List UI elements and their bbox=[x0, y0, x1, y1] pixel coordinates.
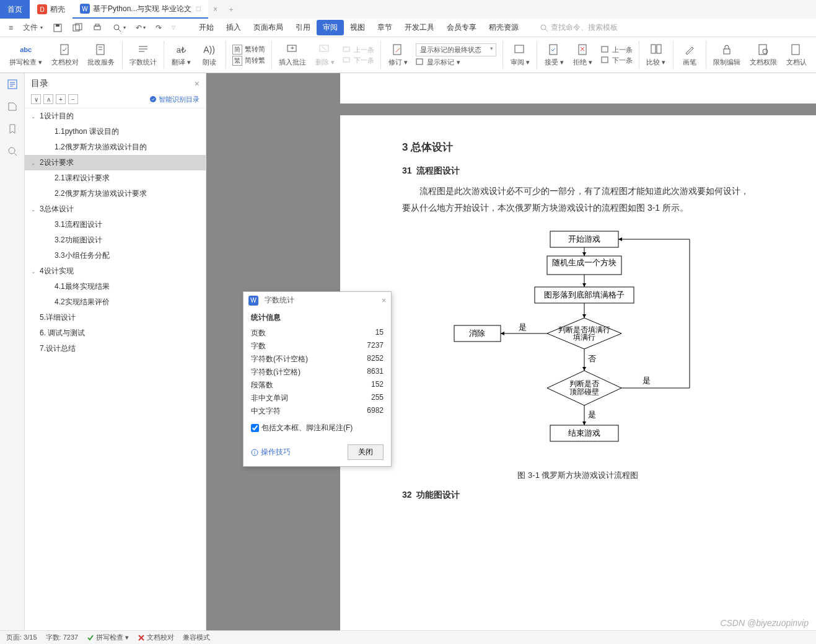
toc-item-2[interactable]: 1.2俄罗斯方块游戏设计目的 bbox=[25, 139, 206, 155]
spellcheck-button[interactable]: abc拼写检查 ▾ bbox=[5, 37, 46, 73]
stat-key: 字符数(计空格) bbox=[251, 367, 301, 377]
menu-tab-5[interactable]: 视图 bbox=[344, 20, 371, 35]
menu-tab-9[interactable]: 稻壳资源 bbox=[483, 20, 525, 35]
dialog-close-icon[interactable]: × bbox=[382, 296, 386, 305]
toc-item-15[interactable]: 7.设计总结 bbox=[25, 341, 206, 356]
toc-collapse-icon[interactable]: ∨ bbox=[31, 94, 41, 104]
toc-item-label: 1.1python 课设目的 bbox=[55, 126, 119, 137]
menu-tab-4[interactable]: 审阅 bbox=[317, 20, 344, 35]
save-as-icon[interactable] bbox=[69, 21, 86, 35]
toc-item-7[interactable]: 3.1流程图设计 bbox=[25, 217, 206, 232]
include-footnotes-checkbox[interactable]: 包括文本框、脚注和尾注(F) bbox=[251, 423, 384, 433]
hamburger-menu[interactable]: ≡ bbox=[5, 22, 17, 34]
svg-text:i: i bbox=[254, 449, 255, 456]
doc-auth2-button[interactable]: 文档认 bbox=[781, 37, 811, 73]
menu-tab-8[interactable]: 会员专享 bbox=[441, 20, 483, 35]
compare-button[interactable]: 比较 ▾ bbox=[642, 37, 670, 73]
toc-item-label: 2.2俄罗斯方块游戏设计要求 bbox=[55, 188, 147, 199]
file-menu[interactable]: 文件▾ bbox=[19, 20, 46, 35]
status-proof[interactable]: 文档校对 bbox=[138, 633, 174, 642]
undo-icon[interactable]: ↶▾ bbox=[132, 22, 149, 34]
svg-rect-30 bbox=[651, 45, 656, 53]
toc-item-4[interactable]: 2.1课程设计要求 bbox=[25, 170, 206, 186]
sidebar-close-icon[interactable]: × bbox=[195, 79, 200, 89]
show-marks-button[interactable]: 显示标记 ▾ bbox=[416, 58, 496, 67]
read-aloud-button[interactable]: A))朗读 bbox=[196, 37, 223, 73]
jian-to-fan-button[interactable]: 繁简转繁 bbox=[232, 56, 265, 66]
smart-toc-button[interactable]: 智能识别目录 bbox=[149, 95, 200, 104]
limit-edit-button[interactable]: 限制编辑 bbox=[709, 37, 745, 73]
dialog-close-button[interactable]: 关闭 bbox=[348, 444, 384, 460]
menu-tab-7[interactable]: 开发工具 bbox=[398, 20, 441, 35]
tab-home[interactable]: 首页 bbox=[0, 0, 30, 19]
menu-tab-3[interactable]: 引用 bbox=[289, 20, 317, 35]
toc-item-label: 4.2实现结果评价 bbox=[55, 297, 110, 307]
toc-item-5[interactable]: 2.2俄罗斯方块游戏设计要求 bbox=[25, 186, 206, 201]
fan-to-jian-button[interactable]: 简繁转简 bbox=[232, 45, 265, 55]
brush-button[interactable]: 画笔 bbox=[676, 37, 703, 73]
translate-button[interactable]: a₺翻译 ▾ bbox=[167, 37, 195, 73]
svg-rect-29 bbox=[602, 57, 608, 63]
stat-value: 15 bbox=[375, 328, 384, 338]
tab-daoke[interactable]: D 稻壳 bbox=[30, 0, 72, 19]
word-count-button[interactable]: 字数统计 bbox=[125, 37, 162, 73]
toc-list: ⌄1设计目的1.1python 课设目的1.2俄罗斯方块游戏设计目的⌄2设计要求… bbox=[25, 108, 206, 630]
operation-tips-link[interactable]: i 操作技巧 bbox=[251, 447, 291, 457]
toc-item-9[interactable]: 3.3小组任务分配 bbox=[25, 248, 206, 263]
toc-item-10[interactable]: ⌄4设计实现 bbox=[25, 263, 206, 279]
svg-point-6 bbox=[114, 25, 119, 30]
accept-button[interactable]: 接受 ▾ bbox=[540, 37, 568, 73]
insert-comment-button[interactable]: +插入批注 bbox=[274, 37, 310, 73]
toc-item-13[interactable]: 5.详细设计 bbox=[25, 310, 206, 325]
tab-add-button[interactable]: ＋ bbox=[222, 4, 240, 15]
toc-minus-icon[interactable]: − bbox=[68, 94, 78, 104]
status-spellcheck[interactable]: 拼写检查 ▾ bbox=[87, 633, 129, 642]
status-word-count[interactable]: 字数: 7237 bbox=[46, 633, 79, 642]
status-page[interactable]: 页面: 3/15 bbox=[6, 633, 37, 642]
check-icon bbox=[87, 634, 94, 642]
menu-tab-6[interactable]: 章节 bbox=[371, 20, 398, 35]
more-quick-icon[interactable]: ▽ bbox=[168, 23, 179, 32]
toc-item-8[interactable]: 3.2功能图设计 bbox=[25, 232, 206, 248]
toc-item-1[interactable]: 1.1python 课设目的 bbox=[25, 124, 206, 139]
doc-proof-button[interactable]: 文档校对 bbox=[46, 37, 83, 73]
toc-item-14[interactable]: 6. 调试与测试 bbox=[25, 325, 206, 341]
vtab-outline-icon[interactable] bbox=[6, 78, 19, 90]
save-icon[interactable] bbox=[49, 21, 66, 35]
toc-item-6[interactable]: ⌄3总体设计 bbox=[25, 201, 206, 217]
menu-tab-2[interactable]: 页面布局 bbox=[247, 20, 289, 35]
vtab-tag-icon[interactable] bbox=[6, 100, 19, 113]
command-search[interactable]: 查找命令、搜索模板 bbox=[540, 22, 618, 33]
print-preview-icon[interactable]: ▾ bbox=[108, 21, 129, 35]
doc-auth-button[interactable]: 文档权限 bbox=[745, 37, 781, 73]
vtab-bookmark-icon[interactable] bbox=[6, 123, 19, 135]
reject-button[interactable]: 拒绝 ▾ bbox=[569, 37, 597, 73]
review-prev-button[interactable]: 上一条 bbox=[601, 45, 633, 55]
redo-icon[interactable]: ↷ bbox=[152, 22, 165, 34]
toc-item-11[interactable]: 4.1最终实现结果 bbox=[25, 279, 206, 294]
delete-comment-button[interactable]: 删除 ▾ bbox=[310, 37, 339, 73]
toc-item-12[interactable]: 4.2实现结果评价 bbox=[25, 294, 206, 310]
toc-item-3[interactable]: ⌄2设计要求 bbox=[25, 155, 206, 170]
svg-line-41 bbox=[14, 153, 17, 156]
toc-item-0[interactable]: ⌄1设计目的 bbox=[25, 108, 206, 124]
print-icon[interactable] bbox=[89, 21, 106, 35]
review-button[interactable]: 审阅 ▾ bbox=[506, 37, 534, 73]
mark-state-select[interactable]: 显示标记的最终状态 bbox=[416, 43, 496, 56]
toc-expand-icon[interactable]: ∧ bbox=[43, 94, 53, 104]
menu-tab-0[interactable]: 开始 bbox=[193, 20, 220, 35]
stat-value: 7237 bbox=[367, 341, 384, 351]
stat-row-6: 中文字符6982 bbox=[251, 405, 384, 418]
review-next-button[interactable]: 下一条 bbox=[601, 56, 633, 65]
tab-close-button[interactable]: × bbox=[208, 5, 222, 14]
menu-tab-1[interactable]: 插入 bbox=[220, 20, 247, 35]
vtab-search-icon[interactable] bbox=[6, 145, 19, 157]
toc-plus-icon[interactable]: + bbox=[56, 94, 66, 104]
checkbox-input[interactable] bbox=[251, 424, 259, 432]
tab-document[interactable]: W 基于Python...与实现 毕业论文 □ bbox=[72, 0, 208, 19]
stat-row-4: 段落数152 bbox=[251, 379, 384, 392]
revise-service-button[interactable]: 批改服务 bbox=[83, 37, 120, 73]
svg-text:+: + bbox=[291, 45, 294, 51]
svg-rect-32 bbox=[724, 49, 730, 54]
revise-button[interactable]: 修订 ▾ bbox=[384, 37, 412, 73]
